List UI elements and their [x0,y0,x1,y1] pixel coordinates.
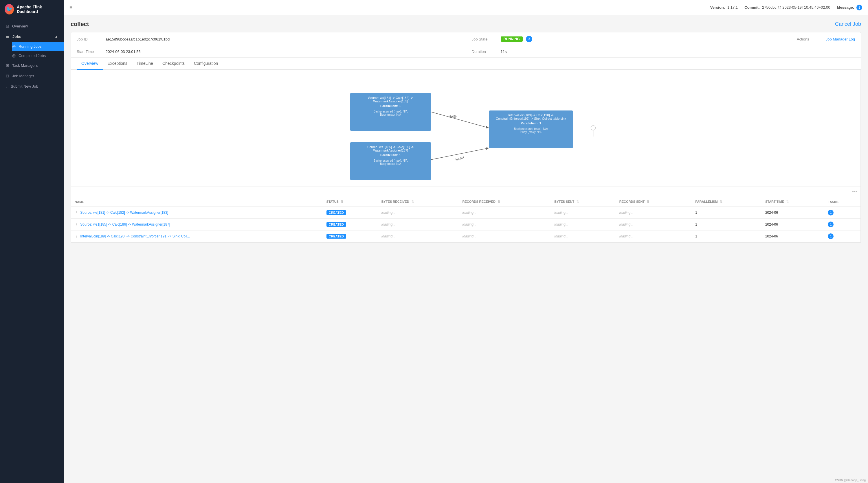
tab-checkpoints[interactable]: Checkpoints [158,58,189,70]
job-manager-icon: ⊡ [6,73,9,78]
sidebar-nav: ⊡ Overview ☰ Jobs ▲ ◎ Running Jobs ◎ Com… [0,19,64,94]
cell-name: ⋮ Source: ws[181] -> Calc[182] -> Waterm… [71,207,323,219]
col-start-time[interactable]: Start Time ⇅ [762,197,825,207]
job-info-grid: Job ID ae15d98bcdeaafc1b1e02c7c061f81bd … [71,32,861,58]
sort-parallelism-icon: ⇅ [720,200,722,203]
commit-value: 2750d5c @ 2023-05-19T10:45:46+02:00 [762,5,830,9]
node1-backpressured: Backpressured (max): N/A [353,110,428,113]
sort-bytes-sent-icon: ⇅ [576,200,579,203]
job-name-link[interactable]: Source: ws1[185] -> Calc[186] -> Waterma… [80,222,170,226]
job-name-link[interactable]: IntervalJoin[189] -> Calc[190] -> Constr… [80,234,190,238]
menu-icon[interactable]: ≡ [69,4,73,10]
sidebar-item-label: Submit New Job [11,84,38,89]
jobs-icon: ☰ [6,34,9,39]
cell-status: CREATED [323,207,378,219]
col-records-sent[interactable]: Records Sent ⇅ [616,197,692,207]
edge1-label: HASH [448,115,458,118]
sidebar-item-task-managers[interactable]: ⊞ Task Managers [0,60,64,71]
page-header: collect Cancel Job [71,21,861,28]
sidebar-item-label: Job Manager [12,74,34,78]
cell-status: CREATED [323,219,378,230]
topbar-left: ≡ [69,4,73,10]
job-manager-log-link[interactable]: Job Manager Log [826,37,855,41]
version-value: 1.17.1 [727,5,738,9]
commit-label: Commit: [744,5,760,9]
edge2-label: HASH [455,156,465,161]
job-state-label: Job State [472,37,501,41]
bytes-sent-value: loading... [554,211,568,215]
tab-exceptions[interactable]: Exceptions [103,58,132,70]
duration-value: 11s [501,50,855,54]
cell-bytes-received: loading... [378,207,459,219]
table-header-row: Name Status ⇅ Bytes Received ⇅ Records R… [71,197,861,207]
sidebar: 🐦 Apache Flink Dashboard ⊡ Overview ☰ Jo… [0,0,64,483]
node2-parallelism: Parallelism: 1 [492,122,570,125]
flow-chart-svg: Source: ws[181] -> Calc[182] -> Watermar… [71,70,861,186]
col-bytes-received[interactable]: Bytes Received ⇅ [378,197,459,207]
cell-bytes-received: loading... [378,230,459,243]
page-title: collect [71,21,89,28]
sidebar-item-overview[interactable]: ⊡ Overview [0,21,64,31]
sidebar-item-job-manager[interactable]: ⊡ Job Manager [0,71,64,81]
table-row: ⋮ Source: ws[181] -> Calc[182] -> Waterm… [71,207,861,219]
sort-bytes-received-icon: ⇅ [411,200,414,203]
bytes-received-value: loading... [381,211,396,215]
node1-title: Source: ws[181] -> Calc[182] -> Watermar… [353,96,428,103]
table-toolbar: ••• [71,187,861,197]
cell-name: ⋮ Source: ws1[185] -> Calc[186] -> Water… [71,219,323,230]
edge1-line [431,112,489,128]
job-state-value: RUNNING 3 [501,36,797,42]
sidebar-item-jobs[interactable]: ☰ Jobs ▲ [0,31,64,42]
sidebar-item-label: Running Jobs [19,44,42,49]
records-received-value: loading... [463,234,477,238]
bytes-sent-value: loading... [554,222,568,226]
col-status[interactable]: Status ⇅ [323,197,378,207]
cell-start-time: 2024-06 [762,219,825,230]
sidebar-item-label: Completed Jobs [19,54,46,58]
cancel-job-button[interactable]: Cancel Job [835,21,861,27]
col-bytes-sent[interactable]: Bytes Sent ⇅ [551,197,616,207]
start-time-label: Start Time [77,50,106,54]
cell-start-time: 2024-06 [762,207,825,219]
job-name-link[interactable]: Source: ws[181] -> Calc[182] -> Watermar… [80,211,168,215]
node2-backpressured: Backpressured (max): N/A [492,127,570,130]
table-row: ⋮ IntervalJoin[189] -> Calc[190] -> Cons… [71,230,861,243]
cell-bytes-sent: loading... [551,219,616,230]
message-badge[interactable]: 1 [857,5,862,10]
sidebar-item-running-jobs[interactable]: ◎ Running Jobs [12,42,64,51]
col-records-received[interactable]: Records Received ⇅ [459,197,551,207]
cell-records-received: loading... [459,219,551,230]
records-received-value: loading... [463,222,477,226]
sidebar-item-completed-jobs[interactable]: ◎ Completed Jobs [12,51,64,60]
topbar: ≡ Version: 1.17.1 Commit: 2750d5c @ 2023… [64,0,868,15]
cell-records-sent: loading... [616,207,692,219]
bytes-received-value: loading... [381,222,396,226]
col-parallelism[interactable]: Parallelism ⇅ [692,197,762,207]
job-id-label: Job ID [77,37,106,41]
drag-handle-icon[interactable]: ⋮ [75,211,78,215]
drag-handle-icon[interactable]: ⋮ [75,234,78,238]
records-sent-value: loading... [619,222,633,226]
table-row: ⋮ Source: ws1[185] -> Calc[186] -> Water… [71,219,861,230]
bytes-sent-value: loading... [554,234,568,238]
cell-status: CREATED [323,230,378,243]
job-id-row: Job ID ae15d98bcdeaafc1b1e02c7c061f81bd [71,32,466,46]
drag-handle-icon[interactable]: ⋮ [75,222,78,226]
flow-chart-area: Source: ws[181] -> Calc[182] -> Watermar… [71,70,861,187]
tab-overview[interactable]: Overview [77,58,103,70]
overview-icon: ⊡ [6,24,9,28]
sort-records-sent-icon: ⇅ [647,200,649,203]
sort-records-received-icon: ⇅ [498,200,500,203]
main-area: ≡ Version: 1.17.1 Commit: 2750d5c @ 2023… [64,0,868,483]
topbar-right: Version: 1.17.1 Commit: 2750d5c @ 2023-0… [710,5,862,10]
cell-start-time: 2024-06 [762,230,825,243]
tab-configuration[interactable]: Configuration [189,58,223,70]
tab-bar: Overview Exceptions TimeLine Checkpoints… [71,58,861,70]
copyright-text: CSDN @Hadoop_Liang [835,479,866,482]
more-options-icon[interactable]: ••• [852,189,857,194]
sidebar-item-submit-new-job[interactable]: ↓ Submit New Job [0,81,64,91]
sidebar-item-label: Task Managers [12,63,38,68]
tab-timeline[interactable]: TimeLine [132,58,158,70]
tasks-badge: 1 [828,210,834,216]
status-badge: CREATED [327,222,346,227]
